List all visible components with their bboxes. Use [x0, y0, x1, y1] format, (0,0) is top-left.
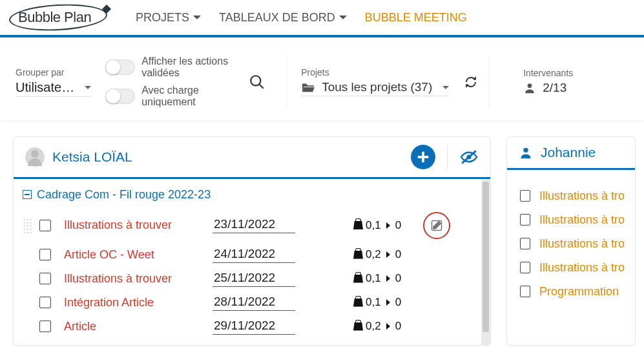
- plus-icon: [416, 150, 430, 164]
- card-header: Johannie: [507, 137, 635, 170]
- task-title[interactable]: Article OC - Weet: [64, 248, 213, 262]
- weight-value: 0,1: [366, 296, 381, 309]
- separator: [447, 145, 448, 169]
- secondary-value: 0: [395, 219, 401, 232]
- task-date-input[interactable]: 29/11/2022: [213, 319, 295, 335]
- filter-bar: Grouper par Utilisate… Afficher les acti…: [0, 44, 644, 121]
- task-checkbox[interactable]: [39, 249, 51, 260]
- card-body: Cadrage Com - Fil rouge 2022-23 Illustra…: [14, 179, 481, 345]
- task-row: Illustrations à trouver25/11/20220,10: [20, 267, 475, 291]
- task-weight: 0,10: [353, 272, 401, 285]
- collapse-icon[interactable]: [23, 190, 32, 199]
- toggle-validated-label: Afficher les actions validées: [141, 56, 238, 79]
- nav-dashboards[interactable]: TABLEAUX DE BORD: [219, 11, 347, 25]
- task-weight: 0,20: [353, 248, 401, 261]
- drag-handle-icon[interactable]: [23, 218, 32, 233]
- intervenants-label: Intervenants: [523, 68, 573, 78]
- logo[interactable]: Bubble Plan: [6, 3, 110, 32]
- project-group-header[interactable]: Cadrage Com - Fil rouge 2022-23: [20, 188, 475, 202]
- person-icon: [519, 145, 533, 160]
- task-checkbox[interactable]: [39, 297, 51, 308]
- task-title[interactable]: Illustrations à tro: [539, 213, 630, 227]
- user-card-johannie: Johannie Illustrations à troIllustration…: [506, 136, 636, 346]
- group-title: Cadrage Com - Fil rouge 2022-23: [37, 188, 211, 202]
- task-row: Illustrations à tro: [517, 184, 632, 208]
- group-by-select[interactable]: Utilisate…: [16, 79, 91, 97]
- task-checkbox[interactable]: [520, 262, 530, 273]
- task-weight: 0,10: [353, 219, 401, 232]
- caret-down-icon: [339, 16, 347, 19]
- toggle-with-load[interactable]: [105, 89, 135, 104]
- scrollbar[interactable]: [481, 179, 490, 345]
- user-name: Ketsia LOÏAL: [52, 149, 132, 165]
- task-row: Article OC - Weet24/11/20220,20: [20, 243, 475, 267]
- task-row: Programmation: [517, 280, 632, 304]
- task-date-input[interactable]: 24/11/2022: [213, 247, 295, 263]
- caret-down-icon: [442, 86, 449, 89]
- folder-open-icon: [301, 81, 315, 93]
- projects-filter: Projets Tous les projets (37): [301, 67, 449, 96]
- task-title[interactable]: Illustrations à tro: [539, 189, 630, 203]
- card-header: Ketsia LOÏAL: [14, 137, 490, 179]
- task-date-input[interactable]: 23/11/2022: [213, 217, 295, 233]
- weight-icon: [353, 221, 363, 229]
- refresh-button[interactable]: [463, 74, 479, 90]
- main-nav: PROJETS TABLEAUX DE BORD BUBBLE MEETING: [136, 11, 467, 25]
- triangle-right-icon: [386, 299, 390, 306]
- separator: [489, 56, 490, 109]
- secondary-value: 0: [395, 272, 401, 285]
- svg-line-1: [259, 84, 264, 89]
- hide-button[interactable]: [459, 149, 479, 165]
- eye-slash-icon: [459, 149, 479, 165]
- toggle-validated[interactable]: [105, 59, 135, 75]
- task-checkbox[interactable]: [520, 190, 530, 202]
- nav-projects[interactable]: PROJETS: [136, 11, 201, 25]
- weight-value: 0,2: [366, 320, 381, 333]
- task-checkbox[interactable]: [520, 238, 530, 249]
- task-date-input[interactable]: 28/11/2022: [213, 295, 295, 311]
- task-title[interactable]: Illustrations à tro: [539, 237, 630, 251]
- svg-point-8: [523, 147, 528, 152]
- add-task-button[interactable]: [411, 145, 435, 169]
- group-by-filter[interactable]: Grouper par Utilisate…: [16, 67, 91, 97]
- secondary-value: 0: [395, 296, 401, 309]
- avatar-icon: [25, 147, 45, 167]
- person-icon: [523, 81, 536, 94]
- task-date-input[interactable]: 25/11/2022: [213, 271, 295, 287]
- toggle-group: Afficher les actions validées Avec charg…: [105, 56, 238, 109]
- triangle-right-icon: [386, 251, 390, 258]
- nav-meeting[interactable]: BUBBLE MEETING: [365, 11, 467, 25]
- projects-label: Projets: [301, 67, 449, 78]
- task-checkbox[interactable]: [520, 286, 530, 297]
- search-icon[interactable]: [249, 74, 265, 90]
- task-title[interactable]: Article: [64, 320, 213, 333]
- user-card-ketsia: Ketsia LOÏAL Cadrage Com - Fil rouge 202…: [13, 136, 491, 346]
- secondary-value: 0: [395, 320, 401, 333]
- task-title[interactable]: Intégration Article: [64, 296, 213, 310]
- weight-icon: [353, 322, 363, 331]
- task-row: Article29/11/20220,20: [20, 315, 475, 339]
- intervenants-value: 2/13: [543, 81, 566, 95]
- edit-task-button[interactable]: [423, 212, 450, 239]
- task-row: Illustrations à tro: [517, 232, 632, 256]
- task-checkbox[interactable]: [520, 214, 530, 226]
- nav-dashboards-label: TABLEAUX DE BORD: [219, 11, 335, 25]
- task-row: Illustrations à tro: [517, 208, 632, 232]
- task-row: Illustrations à trouver23/11/20220,10: [20, 208, 475, 243]
- task-weight: 0,20: [353, 320, 401, 333]
- weight-icon: [353, 299, 363, 307]
- top-nav: Bubble Plan PROJETS TABLEAUX DE BORD BUB…: [0, 0, 644, 37]
- group-by-value: Utilisate…: [16, 80, 74, 95]
- user-name: Johannie: [541, 145, 596, 160]
- task-title[interactable]: Programmation: [539, 285, 630, 299]
- task-checkbox[interactable]: [39, 220, 51, 231]
- projects-select[interactable]: Tous les projets (37): [301, 79, 449, 96]
- task-title[interactable]: Illustrations à trouver: [64, 218, 213, 232]
- svg-rect-4: [418, 156, 429, 158]
- task-checkbox[interactable]: [39, 321, 51, 332]
- logo-text: Bubble Plan: [6, 9, 91, 26]
- intervenants-filter[interactable]: Intervenants 2/13: [523, 68, 573, 96]
- task-checkbox[interactable]: [39, 273, 51, 284]
- task-title[interactable]: Illustrations à trouver: [64, 272, 213, 286]
- task-title[interactable]: Illustrations à tro: [539, 261, 630, 275]
